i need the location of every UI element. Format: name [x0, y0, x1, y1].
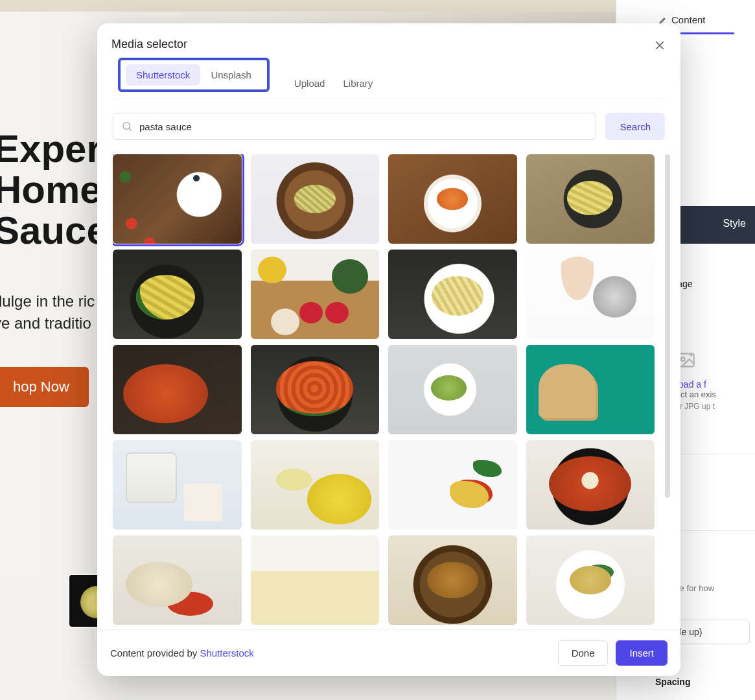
- image-result[interactable]: [251, 250, 380, 339]
- svg-point-2: [123, 122, 130, 130]
- tab-upload[interactable]: Upload: [294, 78, 325, 89]
- image-result[interactable]: [526, 154, 655, 244]
- image-result[interactable]: [251, 535, 380, 625]
- page-topbar: [0, 0, 616, 12]
- search-input-wrapper[interactable]: [113, 113, 596, 140]
- style-option-label: Style: [723, 218, 746, 229]
- image-result[interactable]: [251, 154, 380, 244]
- image-result[interactable]: [251, 345, 380, 434]
- hero-headline: Exper Home Sauce: [0, 128, 108, 251]
- image-result[interactable]: [388, 154, 517, 244]
- image-result[interactable]: [526, 345, 655, 434]
- search-icon: [121, 121, 133, 132]
- close-button[interactable]: [649, 35, 670, 56]
- image-results-grid: [113, 154, 655, 629]
- image-result[interactable]: [113, 154, 242, 244]
- done-button[interactable]: Done: [558, 640, 609, 666]
- hero-subline: dulge in the ric ve and traditio: [0, 290, 95, 334]
- image-result[interactable]: [388, 535, 517, 625]
- image-result[interactable]: [113, 535, 242, 625]
- image-result[interactable]: [526, 440, 655, 530]
- search-button[interactable]: Search: [605, 113, 665, 140]
- modal-title: Media selector: [111, 38, 666, 51]
- tab-unsplash[interactable]: Unsplash: [200, 64, 262, 86]
- search-input[interactable]: [139, 121, 588, 132]
- insert-button[interactable]: Insert: [616, 640, 668, 666]
- attribution-text: Content provided by: [110, 648, 200, 659]
- tabs-highlight-box: Shutterstock Unsplash: [118, 58, 270, 92]
- image-result[interactable]: [388, 440, 517, 530]
- scrollbar[interactable]: [665, 154, 670, 498]
- spacing-section-label: Spacing: [655, 677, 690, 687]
- tab-library[interactable]: Library: [343, 78, 373, 89]
- media-selector-modal: Media selector Shutterstock Unsplash Upl…: [97, 23, 680, 676]
- shop-now-button[interactable]: hop Now: [0, 367, 89, 407]
- shutterstock-link[interactable]: Shutterstock: [200, 648, 253, 659]
- image-result[interactable]: [113, 345, 242, 434]
- tabs-divider: [113, 99, 665, 99]
- image-result[interactable]: [388, 345, 517, 434]
- image-result[interactable]: [526, 535, 655, 625]
- content-attribution: Content provided by Shutterstock: [110, 648, 254, 659]
- close-icon: [654, 40, 666, 51]
- image-result[interactable]: [113, 440, 242, 530]
- image-result[interactable]: [251, 440, 380, 530]
- svg-point-1: [681, 357, 685, 361]
- image-result[interactable]: [113, 250, 242, 339]
- tab-shutterstock[interactable]: Shutterstock: [126, 64, 200, 86]
- divider: [675, 530, 755, 531]
- image-result[interactable]: [388, 250, 517, 339]
- image-result[interactable]: [526, 250, 655, 339]
